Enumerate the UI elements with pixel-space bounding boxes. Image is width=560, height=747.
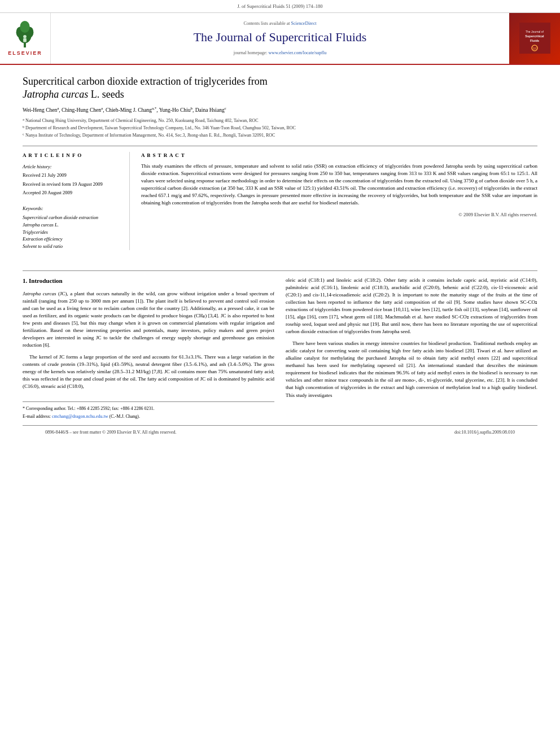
page: J. of Supercritical Fluids 51 (2009) 174… — [0, 0, 560, 747]
email-label: E-mail address: — [23, 414, 51, 419]
footer-issn: 0896-8446/$ – see front matter © 2009 El… — [45, 429, 177, 435]
elsevier-logo-area: ELSEVIER — [0, 13, 51, 64]
body-paragraph-1: Jatropha curcas (JC), a plant that occur… — [23, 290, 274, 349]
history-label: Article history: — [23, 164, 124, 171]
email-link[interactable]: cmchang@dragon.nchu.edu.tw — [52, 414, 108, 419]
divider-after-affiliations — [23, 146, 537, 146]
copyright-line: © 2009 Elsevier B.V. All rights reserved… — [141, 211, 537, 218]
journal-main-title: The Journal of Supercritical Fluids — [194, 29, 367, 46]
abstract-heading: A B S T R A C T — [141, 152, 537, 159]
svg-text:SF: SF — [532, 47, 537, 50]
svg-text:Fluids: Fluids — [530, 39, 539, 42]
authors-line: Wei-Heng Chena, Ching-Hung Chena, Chieh-… — [23, 106, 537, 114]
article-title: Supercritical carbon dioxide extraction … — [23, 75, 537, 102]
badge-icon: The Journal of Supercritical Fluids SF — [519, 23, 550, 54]
homepage-link[interactable]: www.elsevier.com/locate/supflu — [269, 50, 327, 55]
body-divider — [23, 270, 537, 271]
abstract-column: A B S T R A C T This study examines the … — [141, 152, 537, 250]
footer-bar: 0896-8446/$ – see front matter © 2009 El… — [23, 425, 537, 439]
article-info-column: A R T I C L E I N F O Article history: R… — [23, 152, 130, 250]
keyword-4: Extraction efficiency — [23, 235, 124, 243]
footer-doi: doi:10.1016/j.supflu.2009.08.010 — [454, 429, 515, 435]
homepage-prefix: journal homepage: — [234, 50, 268, 55]
section1-heading: 1. Introduction — [23, 277, 274, 286]
svg-text:The Journal of: The Journal of — [526, 30, 544, 33]
footnote-area: * Corresponding author. Tel.: +886 4 228… — [23, 401, 274, 419]
article-info-heading: A R T I C L E I N F O — [23, 152, 124, 159]
footnote-corresponding: * Corresponding author. Tel.: +886 4 228… — [23, 405, 274, 412]
body-paragraph-right-1: oleic acid (C18:1) and linoleic acid (C1… — [286, 277, 537, 335]
footnote-email: E-mail address: cmchang@dragon.nchu.edu.… — [23, 413, 274, 420]
abstract-text: This study examines the effects of press… — [141, 163, 537, 207]
keyword-5: Solvent to solid ratio — [23, 243, 124, 250]
title-rest: L. seeds — [88, 89, 124, 100]
contents-line: Contents lists available at ScienceDirec… — [244, 20, 317, 27]
received-date: Received 21 July 2009 — [23, 172, 124, 179]
body-paragraph-right-2: There have been various studies in energ… — [286, 340, 537, 399]
title-line1: Supercritical carbon dioxide extraction … — [23, 76, 268, 87]
body-two-column: 1. Introduction Jatropha curcas (JC), a … — [23, 277, 537, 421]
journal-header: ELSEVIER Contents lists available at Sci… — [0, 13, 560, 65]
journal-badge: The Journal of Supercritical Fluids SF — [509, 13, 560, 64]
keywords-heading: Keywords: — [23, 206, 124, 212]
elsevier-tree-icon — [14, 20, 36, 49]
revised-date: Received in revised form 19 August 2009 — [23, 181, 124, 188]
body-paragraph-2: The kernel of JC forms a large proportio… — [23, 353, 274, 390]
journal-homepage: journal homepage: www.elsevier.com/locat… — [234, 50, 326, 56]
top-bar: J. of Supercritical Fluids 51 (2009) 174… — [0, 0, 560, 13]
svg-rect-6 — [24, 38, 27, 42]
journal-title-center: Contents lists available at ScienceDirec… — [51, 13, 509, 64]
elsevier-text-label: ELSEVIER — [8, 50, 42, 57]
keywords-list: Supercritical carbon dioxide extraction … — [23, 214, 124, 250]
keyword-1: Supercritical carbon dioxide extraction — [23, 214, 124, 221]
body-left-column: 1. Introduction Jatropha curcas (JC), a … — [23, 277, 274, 421]
email-suffix: (C.-M.J. Chang). — [110, 414, 140, 419]
affil-c: ᶜ Nanya Institute of Technology, Departm… — [23, 132, 537, 139]
body-right-column: oleic acid (C18:1) and linoleic acid (C1… — [286, 277, 537, 421]
body-content: 1. Introduction Jatropha curcas (JC), a … — [0, 270, 560, 439]
keyword-3: Triglycerides — [23, 229, 124, 236]
keyword-2: Jatropha curcas L. — [23, 221, 124, 229]
authors-text: Wei-Heng Chena, Ching-Hung Chena, Chieh-… — [23, 107, 226, 113]
svg-point-5 — [24, 35, 27, 38]
affil-a: ᵃ National Chung Hsing University, Depar… — [23, 117, 537, 124]
jatropha-italic-1: Jatropha curcas — [23, 291, 56, 296]
article-content: Supercritical carbon dioxide extraction … — [0, 65, 560, 266]
sciencedirect-link[interactable]: ScienceDirect — [291, 21, 317, 26]
title-italic: Jatropha curcas — [23, 89, 88, 100]
accepted-date: Accepted 20 August 2009 — [23, 190, 124, 196]
svg-point-4 — [20, 21, 30, 33]
elsevier-logo: ELSEVIER — [8, 20, 42, 57]
contents-prefix: Contents lists available at — [244, 21, 290, 26]
affil-b: ᵇ Department of Research and Development… — [23, 125, 537, 132]
journal-citation: J. of Supercritical Fluids 51 (2009) 174… — [238, 3, 323, 9]
paragraph1-text: (JC), a plant that occurs naturally in t… — [23, 291, 274, 348]
article-info-abstract-section: A R T I C L E I N F O Article history: R… — [23, 152, 537, 250]
svg-text:Supercritical: Supercritical — [525, 34, 544, 38]
affiliations: ᵃ National Chung Hsing University, Depar… — [23, 117, 537, 139]
